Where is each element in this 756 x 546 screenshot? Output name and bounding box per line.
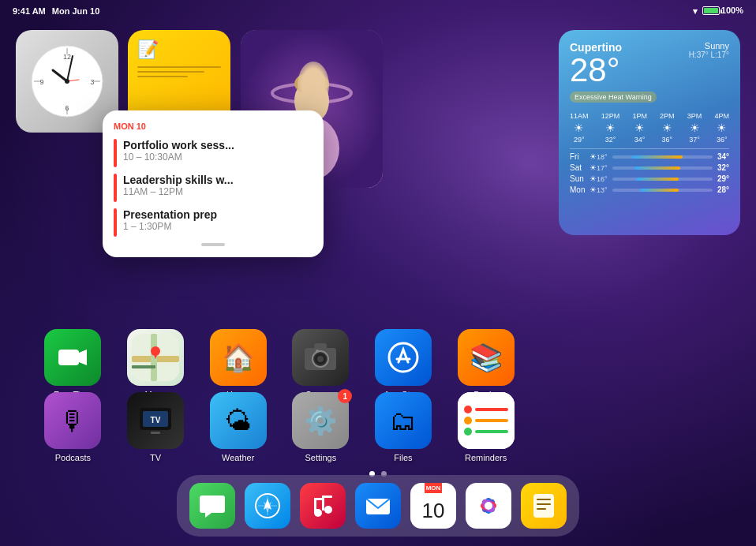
- dock-safari[interactable]: [245, 483, 290, 529]
- svg-point-16: [294, 73, 329, 95]
- svg-text:TV: TV: [151, 416, 161, 424]
- camera-icon[interactable]: [292, 329, 349, 386]
- dock-calendar-day: 10: [422, 493, 445, 529]
- wifi-icon: ▾: [693, 6, 698, 17]
- daily-row-sun: Sun ☀ 16° 29°: [570, 174, 729, 183]
- hourly-item-4: 3PM ☀ 37°: [687, 112, 702, 144]
- settings-label: Settings: [305, 453, 336, 462]
- app-files[interactable]: 🗂 Files: [375, 392, 432, 462]
- settings-icon[interactable]: ⚙️ 1: [292, 392, 349, 449]
- svg-text:6: 6: [65, 104, 69, 112]
- status-bar: 9:41 AM Mon Jun 10 ▾ 100%: [0, 0, 756, 22]
- settings-badge: 1: [338, 389, 352, 403]
- svg-rect-18: [58, 350, 79, 365]
- weather-condition: Sunny: [689, 41, 729, 50]
- files-icon[interactable]: 🗂: [375, 392, 432, 449]
- dock-calendar[interactable]: MON 10: [410, 483, 456, 529]
- svg-text:12: 12: [63, 53, 71, 61]
- svg-rect-37: [151, 432, 160, 434]
- hourly-item-5: 4PM ☀ 36°: [714, 112, 729, 144]
- app-camera[interactable]: Camera: [292, 329, 349, 399]
- event-bar-0: [114, 139, 117, 167]
- event-item-0[interactable]: Portfolio work sess... 10 – 10:30AM: [114, 139, 313, 167]
- svg-rect-25: [132, 365, 155, 368]
- weather-icon[interactable]: 🌤: [210, 392, 267, 449]
- home-icon[interactable]: 🏠: [210, 329, 267, 386]
- svg-text:9: 9: [39, 78, 43, 86]
- svg-rect-47: [322, 496, 324, 510]
- weather-temp: 28°: [570, 54, 622, 87]
- dock-notes[interactable]: [521, 483, 567, 529]
- tv-label: TV: [150, 453, 161, 462]
- daily-row-fri: Fri ☀ 18° 34°: [570, 152, 729, 161]
- svg-point-59: [485, 502, 492, 510]
- hourly-item-0: 11AM ☀ 29°: [570, 112, 589, 144]
- status-time: 9:41 AM: [13, 6, 46, 16]
- app-maps[interactable]: Maps: [127, 329, 184, 399]
- hourly-item-3: 2PM ☀ 36°: [660, 112, 675, 144]
- popup-drag-handle: [201, 243, 225, 246]
- event-item-1[interactable]: Leadership skills w... 11AM – 12PM: [114, 174, 313, 202]
- status-right: ▾ 100%: [693, 6, 743, 17]
- battery-icon: 100%: [702, 6, 743, 17]
- svg-rect-27: [314, 343, 327, 350]
- dock-music[interactable]: [300, 483, 346, 529]
- status-date: Mon Jun 10: [52, 6, 100, 16]
- hourly-forecast: 11AM ☀ 29° 12PM ☀ 32° 1PM ☀ 34° 2PM ☀ 36…: [570, 112, 729, 144]
- svg-rect-63: [537, 508, 546, 510]
- weather-hl: H:37° L:17°: [689, 50, 729, 59]
- calendar-popup[interactable]: MON 10 Portfolio work sess... 10 – 10:30…: [103, 110, 324, 257]
- weather-warning: Excessive Heat Warning: [570, 92, 657, 103]
- app-home[interactable]: 🏠 Home: [210, 329, 267, 399]
- tv-icon[interactable]: TV: [127, 392, 184, 449]
- svg-rect-49: [314, 498, 324, 500]
- podcasts-label: Podcasts: [55, 453, 91, 462]
- files-label: Files: [394, 453, 412, 462]
- popup-indicator: [114, 243, 313, 246]
- maps-icon[interactable]: [127, 329, 184, 386]
- status-left: 9:41 AM Mon Jun 10: [13, 6, 99, 16]
- app-settings[interactable]: ⚙️ 1 Settings: [292, 392, 349, 462]
- svg-point-31: [316, 350, 319, 353]
- svg-rect-61: [537, 499, 551, 500]
- event-details-2: Presentation prep 1 – 1:30PM: [123, 208, 217, 232]
- reminders-icon[interactable]: [458, 392, 515, 449]
- apps-row-1: FaceTime Maps 🏠 Home: [32, 329, 527, 399]
- svg-point-12: [65, 79, 69, 84]
- weather-widget[interactable]: Cupertino 28° Sunny H:37° L:17° Excessiv…: [559, 30, 740, 235]
- event-bar-2: [114, 208, 117, 237]
- event-details-1: Leadership skills w... 11AM – 12PM: [123, 174, 234, 197]
- dock-mail[interactable]: [355, 483, 401, 529]
- facetime-icon[interactable]: [44, 329, 101, 386]
- popup-day-label: MON 10: [114, 122, 313, 131]
- notes-icon: 📝: [137, 39, 221, 60]
- svg-point-30: [317, 356, 324, 362]
- app-tv[interactable]: TV TV: [127, 392, 184, 462]
- dock: MON 10: [177, 475, 579, 537]
- hourly-item-2: 1PM ☀ 34°: [632, 112, 647, 144]
- notes-content: [137, 66, 221, 77]
- hourly-item-1: 12PM ☀ 32°: [601, 112, 620, 144]
- event-item-2[interactable]: Presentation prep 1 – 1:30PM: [114, 208, 313, 237]
- app-weather[interactable]: 🌤 Weather: [210, 392, 267, 462]
- app-podcasts[interactable]: 🎙 Podcasts: [44, 392, 101, 462]
- app-facetime[interactable]: FaceTime: [44, 329, 101, 399]
- app-reminders[interactable]: Reminders: [458, 392, 515, 462]
- app-appstore[interactable]: App Store: [375, 329, 432, 399]
- dock-photos[interactable]: [466, 483, 511, 529]
- books-icon[interactable]: 📚: [458, 329, 515, 386]
- dock-messages[interactable]: [189, 483, 235, 529]
- svg-point-45: [324, 506, 332, 514]
- event-details-0: Portfolio work sess... 10 – 10:30AM: [123, 139, 234, 163]
- appstore-icon[interactable]: [375, 329, 432, 386]
- event-bar-1: [114, 174, 117, 202]
- svg-rect-22: [151, 334, 157, 381]
- app-books[interactable]: 📚 Books: [458, 329, 515, 399]
- clock-widget[interactable]: 12 3 6 9: [16, 30, 118, 133]
- svg-marker-19: [79, 350, 87, 365]
- svg-text:3: 3: [90, 78, 94, 86]
- apps-row-2: 🎙 Podcasts TV TV 🌤 Weather ⚙️ 1 Settings: [32, 392, 527, 462]
- reminders-label: Reminders: [465, 453, 507, 462]
- svg-rect-60: [533, 494, 554, 518]
- podcasts-icon[interactable]: 🎙: [44, 392, 101, 449]
